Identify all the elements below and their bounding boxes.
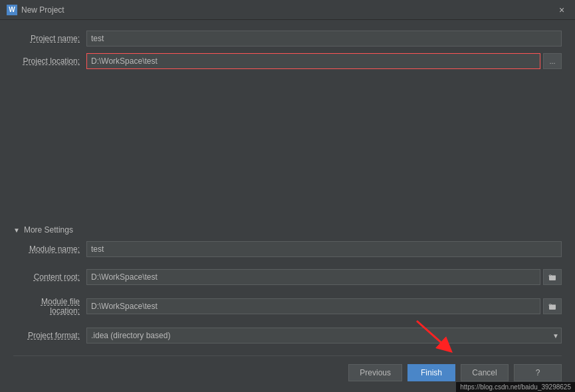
folder-icon-2 bbox=[548, 302, 556, 310]
more-settings-section: ▼ More Settings Module name: Content roo… bbox=[13, 225, 562, 350]
spacer bbox=[13, 76, 562, 225]
content-root-browse-button[interactable] bbox=[543, 269, 562, 285]
content-root-label: Content root: bbox=[13, 272, 86, 282]
module-file-location-row: Module file location: bbox=[13, 297, 562, 316]
previous-button[interactable]: Previous bbox=[348, 364, 402, 381]
project-name-input-wrapper bbox=[86, 31, 562, 47]
project-format-select[interactable]: .idea (directory based) Eclipse (.classp… bbox=[86, 328, 562, 343]
title-bar: W New Project × bbox=[0, 0, 575, 20]
project-format-dropdown-wrapper: .idea (directory based) Eclipse (.classp… bbox=[86, 328, 562, 343]
svg-rect-1 bbox=[549, 305, 556, 310]
project-name-input[interactable] bbox=[86, 31, 562, 47]
expand-arrow-icon: ▼ bbox=[13, 227, 20, 234]
more-settings-label: More Settings bbox=[24, 225, 73, 235]
module-file-location-input-wrapper bbox=[86, 298, 562, 314]
svg-rect-0 bbox=[549, 276, 556, 280]
bottom-bar: Previous Finish Cancel ? bbox=[13, 355, 562, 381]
module-file-location-label: Module file location: bbox=[13, 297, 86, 316]
module-name-label: Module name: bbox=[13, 245, 86, 254]
module-name-row: Module name: bbox=[13, 241, 562, 257]
content-root-row: Content root: bbox=[13, 269, 562, 285]
dialog-body: Project name: Project location: ... ▼ Mo… bbox=[0, 20, 575, 392]
watermark: https://blog.csdn.net/baidu_39298625 bbox=[456, 382, 575, 392]
content-root-input-wrapper bbox=[86, 269, 562, 285]
module-file-location-browse-button[interactable] bbox=[543, 298, 562, 314]
content-root-input[interactable] bbox=[86, 269, 540, 285]
app-icon: W bbox=[7, 5, 17, 15]
module-name-input[interactable] bbox=[86, 241, 562, 257]
project-location-input[interactable] bbox=[86, 53, 540, 69]
project-name-row: Project name: bbox=[13, 31, 562, 47]
project-location-input-wrapper: ... bbox=[86, 53, 562, 69]
title-bar-left: W New Project bbox=[7, 5, 64, 15]
project-format-label: Project format: bbox=[13, 331, 86, 340]
project-format-row: Project format: .idea (directory based) … bbox=[13, 328, 562, 343]
more-settings-content: Module name: Content root: bbox=[13, 241, 562, 350]
project-format-select-wrapper: .idea (directory based) Eclipse (.classp… bbox=[86, 328, 562, 343]
finish-button[interactable]: Finish bbox=[407, 364, 455, 381]
help-button[interactable]: ? bbox=[514, 364, 562, 381]
dialog-title: New Project bbox=[21, 5, 64, 15]
module-file-location-input[interactable] bbox=[86, 298, 540, 314]
project-name-label: Project name: bbox=[13, 34, 86, 43]
project-location-row: Project location: ... bbox=[13, 53, 562, 69]
cancel-button[interactable]: Cancel bbox=[461, 364, 509, 381]
close-button[interactable]: × bbox=[555, 3, 568, 17]
browse-button[interactable]: ... bbox=[543, 53, 562, 69]
folder-icon bbox=[548, 273, 556, 281]
project-location-label: Project location: bbox=[13, 56, 86, 66]
module-name-input-wrapper bbox=[86, 241, 562, 257]
more-settings-header[interactable]: ▼ More Settings bbox=[13, 225, 562, 235]
